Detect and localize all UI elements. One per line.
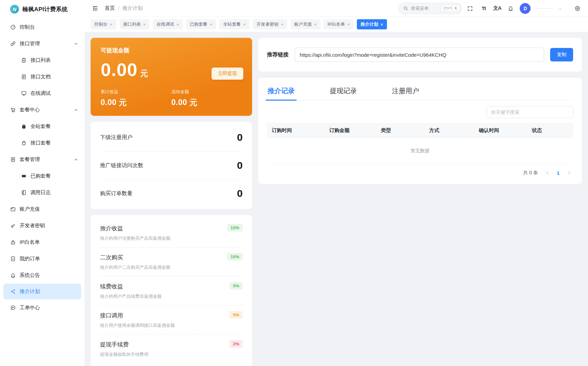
sidebar-item-referral-plan[interactable]: 推介计划 bbox=[3, 284, 81, 299]
sidebar-item-online-debug[interactable]: 在线调试 bbox=[0, 85, 84, 102]
sidebar-item-label: 套餐中心 bbox=[20, 107, 40, 113]
topbar-actions: 搜索菜单 Ctrl K Tt 文A D ◢ bbox=[398, 3, 583, 14]
bell-icon bbox=[508, 5, 514, 11]
sidebar-item-label: 推介计划 bbox=[20, 288, 40, 295]
sidebar-group-package-center[interactable]: 套餐中心 bbox=[0, 102, 84, 118]
close-icon[interactable] bbox=[243, 22, 246, 27]
commission-row-second-purchase: 二次购买 推介的用户二次购买产品后返佣金额 10% bbox=[99, 247, 243, 277]
notifications-button[interactable] bbox=[505, 3, 516, 14]
tab-site-packages[interactable]: 全站套餐 bbox=[219, 19, 249, 29]
copy-button[interactable]: 复制 bbox=[550, 48, 573, 61]
counter-value: 0 bbox=[237, 160, 243, 171]
sidebar-group-api-management[interactable]: 接口管理 bbox=[0, 35, 84, 52]
clipboard-icon bbox=[21, 57, 27, 63]
tab-ip-whitelist[interactable]: IP白名单 bbox=[324, 19, 353, 29]
key-icon bbox=[10, 223, 16, 229]
close-icon[interactable] bbox=[381, 22, 383, 27]
records-table-header: 订购时间 订购金额 类型 方式 确认时间 状态 bbox=[267, 123, 573, 138]
close-icon[interactable] bbox=[176, 22, 179, 27]
column-header: 订购金额 bbox=[324, 123, 376, 138]
sidebar-item-developer-keys[interactable]: 开发者密钥 bbox=[0, 217, 84, 234]
records-search-row bbox=[267, 106, 573, 118]
app-logo: N 楠枫API计费系统 bbox=[0, 0, 84, 17]
share-icon bbox=[10, 289, 16, 294]
tab-label: 全站套餐 bbox=[223, 21, 241, 27]
tab-purchased-packages[interactable]: 已购套餐 bbox=[186, 19, 216, 29]
prev-page-icon[interactable] bbox=[545, 170, 550, 176]
tab-api-list[interactable]: 接口列表 bbox=[120, 19, 150, 29]
open-tabs-bar: 控制台 接口列表 在线调试 已购套餐 全站套餐 开发者密钥 账户充值 IP白名单… bbox=[84, 17, 588, 32]
sidebar-item-console[interactable]: 控制台 bbox=[0, 19, 84, 35]
commission-description: 推介的用户二次购买产品后返佣金额 bbox=[100, 264, 243, 270]
amount-value: 0.00 bbox=[101, 59, 138, 80]
doc-list-icon bbox=[10, 157, 16, 162]
sidebar-item-call-logs[interactable]: 调用日志 bbox=[0, 184, 84, 201]
sidebar-item-label: IP白名单 bbox=[20, 239, 40, 245]
sidebar-item-label: 套餐管理 bbox=[20, 156, 40, 163]
referral-link-input[interactable] bbox=[295, 48, 544, 62]
left-column: 可提现金额 0.00 元 立即提现 累计收益 0.00 元 冻结金额 0.0 bbox=[91, 38, 252, 360]
close-icon[interactable] bbox=[281, 22, 284, 27]
tab-label: 接口列表 bbox=[123, 21, 141, 27]
sidebar-item-account-recharge[interactable]: 账户充值 bbox=[0, 201, 84, 217]
counter-label: 推广链接访问次数 bbox=[100, 162, 143, 169]
search-icon bbox=[403, 6, 408, 11]
language-button[interactable]: 文A bbox=[491, 3, 503, 14]
frozen-amount-stat: 冻结金额 0.00 元 bbox=[171, 89, 242, 108]
close-icon[interactable] bbox=[347, 22, 350, 27]
menu-search-input[interactable]: 搜索菜单 Ctrl K bbox=[398, 3, 462, 14]
keyword-search-input[interactable] bbox=[487, 106, 573, 118]
withdraw-now-button[interactable]: 立即提现 bbox=[212, 68, 243, 80]
sidebar-collapse-button[interactable] bbox=[91, 4, 99, 13]
referral-link-card: 推荐链接 复制 bbox=[258, 38, 582, 72]
commission-description: 推介的用户产品续费后返佣金额 bbox=[100, 293, 243, 299]
ticket-icon bbox=[21, 173, 27, 179]
sidebar-group-package-management[interactable]: 套餐管理 bbox=[0, 151, 84, 168]
sidebar-item-my-orders[interactable]: 我的订单 bbox=[0, 251, 84, 267]
tab-online-debug[interactable]: 在线调试 bbox=[153, 19, 183, 29]
empty-state-text: 暂无数据 bbox=[267, 138, 573, 164]
pagination: 共 0 条 1 bbox=[267, 164, 573, 179]
sidebar-item-site-packages[interactable]: 全站套餐 bbox=[0, 118, 84, 135]
tab-referral-plan[interactable]: 推介计划 bbox=[357, 19, 387, 29]
records-tabs: 推介记录 提现记录 注册用户 bbox=[267, 84, 573, 101]
tab-label: 在线调试 bbox=[156, 21, 174, 27]
sidebar-item-ip-whitelist[interactable]: IP白名单 bbox=[0, 234, 84, 251]
tab-console[interactable]: 控制台 bbox=[91, 19, 116, 29]
breadcrumb-home[interactable]: 首页 bbox=[105, 5, 115, 11]
amount-unit: 元 bbox=[140, 68, 148, 79]
topbar: 首页 / 推介计划 搜索菜单 Ctrl K Tt 文A bbox=[84, 0, 588, 17]
next-page-icon[interactable] bbox=[566, 170, 572, 176]
fullscreen-button[interactable] bbox=[464, 3, 476, 14]
settings-button[interactable] bbox=[572, 3, 583, 14]
tab-withdrawal-records[interactable]: 提现记录 bbox=[329, 84, 358, 100]
sidebar-item-api-packages[interactable]: 接口套餐 bbox=[0, 135, 84, 151]
close-icon[interactable] bbox=[210, 22, 213, 27]
commission-row-referral: 推介收益 推介的用户注册购买产品后返佣金额 15% bbox=[99, 218, 243, 247]
sidebar-item-label: 全站套餐 bbox=[30, 123, 51, 130]
close-icon[interactable] bbox=[143, 22, 146, 27]
tab-referral-records[interactable]: 推介记录 bbox=[267, 84, 295, 100]
close-icon[interactable] bbox=[110, 22, 113, 27]
link-icon bbox=[10, 41, 16, 47]
sidebar-item-api-list[interactable]: 接口列表 bbox=[0, 52, 84, 69]
page-number[interactable]: 1 bbox=[557, 170, 560, 176]
chat-icon bbox=[10, 305, 16, 311]
sidebar-item-announcements[interactable]: 系统公告 bbox=[0, 267, 84, 284]
sidebar-item-api-docs[interactable]: 接口文档 bbox=[0, 69, 84, 85]
page-content: 可提现金额 0.00 元 立即提现 累计收益 0.00 元 冻结金额 0.0 bbox=[84, 32, 588, 366]
sidebar-item-label: 调用日志 bbox=[30, 189, 51, 196]
counter-label: 下级注册用户 bbox=[100, 134, 132, 141]
commission-rates-card: 推介收益 推介的用户注册购买产品后返佣金额 15% 二次购买 推介的用户二次购买… bbox=[91, 215, 252, 366]
records-card: 推介记录 提现记录 注册用户 订购时间 订购金额 类型 方式 确认时间 状态 bbox=[258, 78, 582, 184]
sidebar-item-purchased-packages[interactable]: 已购套餐 bbox=[0, 168, 84, 184]
tab-developer-keys[interactable]: 开发者密钥 bbox=[253, 19, 287, 29]
lock-icon bbox=[10, 239, 16, 245]
tab-account-recharge[interactable]: 账户充值 bbox=[291, 19, 321, 29]
tab-registered-users[interactable]: 注册用户 bbox=[391, 84, 420, 100]
close-icon[interactable] bbox=[314, 22, 317, 27]
column-header: 状态 bbox=[527, 123, 573, 138]
sidebar-item-ticket-center[interactable]: 工单中心 bbox=[0, 299, 84, 316]
user-avatar[interactable]: D bbox=[520, 3, 531, 14]
font-size-button[interactable]: Tt bbox=[478, 3, 489, 14]
